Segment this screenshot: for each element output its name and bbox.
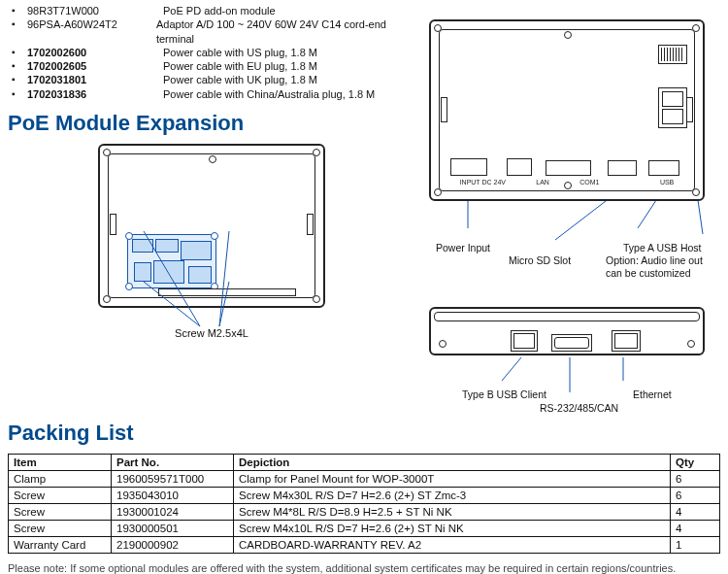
io-back-callouts (429, 207, 720, 242)
accessory-desc: Power cable with US plug, 1.8 M (163, 46, 317, 59)
table-row: Screw1935043010Screw M4x30L R/S D=7 H=2.… (9, 487, 720, 503)
ethernet-port (612, 330, 641, 352)
table-row: Screw1930001024Screw M4*8L R/S D=8.9 H=2… (9, 503, 720, 520)
io-bottom-diagram (429, 307, 705, 355)
accessory-desc: Power cable with UK plug, 1.8 M (163, 73, 317, 86)
table-row: Clamp1960059571T000Clamp for Panel Mount… (9, 470, 720, 487)
accessory-item: 1702031801Power cable with UK plug, 1.8 … (23, 73, 414, 86)
io-bottom-callouts (429, 361, 720, 388)
lan-port (507, 158, 532, 176)
accessory-item: 96PSA-A60W24T2Adaptor A/D 100 ~ 240V 60W… (23, 17, 414, 46)
rs-port (551, 334, 592, 352)
poe-callout-lines (85, 299, 338, 338)
packing-table: Item Part No. Depiction Qty Clamp1960059… (8, 454, 720, 554)
accessory-desc: Power cable with EU plug, 1.8 M (163, 59, 317, 73)
io-back-labels: Power Input Type A USB Host Micro SD Slo… (421, 242, 720, 280)
usb-b-port (511, 330, 538, 352)
accessories-list: 98R3T71W000PoE PD add-on module 96PSA-A6… (8, 4, 414, 101)
accessory-sku: 1702002605 (27, 59, 163, 73)
accessory-desc: PoE PD add-on module (163, 4, 276, 17)
poe-board-icon (127, 234, 216, 288)
accessory-item: 1702031836Power cable with China/Austral… (23, 87, 414, 101)
port-label: USB (660, 179, 674, 186)
table-row: Warranty Card2190000902CARDBOARD-WARRANT… (9, 536, 720, 553)
label-ethernet: Ethernet (629, 388, 676, 401)
accessory-sku: 1702031836 (27, 87, 163, 101)
port-label: LAN (536, 179, 549, 186)
th-qty: Qty (671, 454, 720, 470)
port-label: INPUT DC 24V (460, 179, 506, 186)
label-micro-sd: Micro SD Slot (478, 254, 602, 280)
port-label: COM1 (579, 179, 599, 186)
table-row: Screw1930000501Screw M4x10L R/S D=7 H=2.… (9, 520, 720, 536)
accessory-desc: Power cable with China/Australia plug, 1… (163, 87, 375, 101)
power-port (450, 158, 487, 176)
port-label-strip: INPUT DC 24V LAN COM1 USB (445, 179, 689, 186)
th-part: Part No. (112, 454, 234, 470)
th-depiction: Depiction (234, 454, 671, 470)
accessory-sku: 1702031801 (27, 73, 163, 86)
th-item: Item (9, 454, 112, 470)
label-audio-opt-l2: can be customized (606, 267, 691, 279)
label-usb-b: Type B USB Client (458, 388, 582, 401)
accessory-item: 1702002600Power cable with US plug, 1.8 … (23, 46, 414, 59)
accessory-sku: 96PSA-A60W24T2 (27, 17, 156, 46)
poe-diagram (98, 144, 325, 308)
sd-port (608, 160, 637, 176)
label-audio-opt-l1: Option: Audio line out (606, 254, 703, 266)
label-usb-a: Type A USB Host (619, 242, 706, 254)
packing-title: Packing List (8, 421, 720, 446)
label-rs: RS-232/485/CAN (536, 402, 622, 415)
usb-port (648, 160, 679, 176)
com1-port (546, 160, 591, 176)
accessory-sku: 1702002600 (27, 46, 163, 59)
compliance-note: Please note: If some optional modules ar… (8, 561, 720, 574)
io-back-diagram: INPUT DC 24V LAN COM1 USB (429, 19, 705, 201)
poe-title: PoE Module Expansion (8, 111, 414, 136)
io-bottom-labels: Type B USB Client Ethernet RS-232/485/CA… (421, 388, 720, 414)
label-power-input: Power Input (421, 242, 505, 254)
svg-line-8 (502, 357, 521, 381)
accessory-sku: 98R3T71W000 (27, 4, 163, 17)
accessory-item: 98R3T71W000PoE PD add-on module (23, 4, 414, 17)
accessory-desc: Adaptor A/D 100 ~ 240V 60W 24V C14 cord-… (156, 17, 414, 46)
accessory-item: 1702002605Power cable with EU plug, 1.8 … (23, 59, 414, 73)
